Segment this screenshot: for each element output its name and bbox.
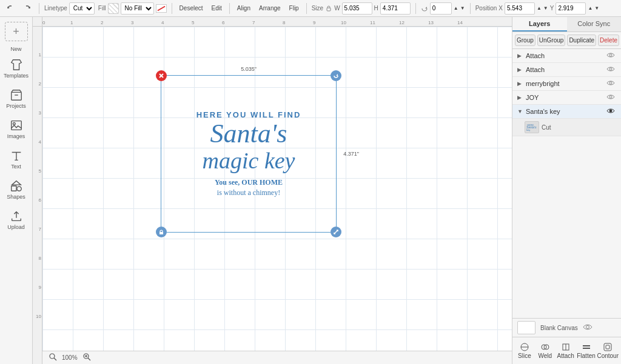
- x-down-button[interactable]: ▼: [543, 5, 548, 11]
- x-up-button[interactable]: ▲: [537, 5, 542, 11]
- weld-button[interactable]: Weld: [535, 340, 555, 362]
- ruler-mark-5: 5: [192, 20, 194, 25]
- blank-canvas-icon[interactable]: [583, 322, 592, 334]
- layer-item-santas-key[interactable]: ▼ Santa's key: [512, 105, 621, 119]
- contour-icon: [603, 342, 613, 352]
- layer-item-merrybright[interactable]: ▶ merrybright: [512, 77, 621, 91]
- layer-eye-merrybright[interactable]: [606, 79, 616, 88]
- new-label: New: [10, 46, 21, 52]
- size-group: Size W 5.035 H 4.371: [312, 2, 411, 15]
- shirt-icon: [10, 58, 23, 71]
- flip-button[interactable]: Flip: [287, 4, 301, 13]
- rotate-handle-icon: [332, 72, 340, 79]
- handle-delete[interactable]: [156, 70, 167, 81]
- handle-rotate[interactable]: [331, 70, 341, 81]
- layer-item-attach1[interactable]: ▶ Attach: [512, 49, 621, 63]
- ruler-mark-14: 14: [457, 20, 463, 25]
- width-label: W: [334, 5, 340, 12]
- ungroup-button[interactable]: UnGroup: [537, 35, 566, 46]
- handle-lock[interactable]: [156, 227, 167, 237]
- redo-button[interactable]: [21, 3, 34, 14]
- layer-eye-joy[interactable]: [606, 93, 616, 102]
- deselect-button[interactable]: Deselect: [177, 4, 206, 13]
- align-button[interactable]: Align: [235, 4, 253, 13]
- upload-icon: [10, 210, 23, 223]
- layer-eye-santas-key[interactable]: [606, 107, 616, 116]
- attach-button[interactable]: Attach: [556, 340, 576, 362]
- y-input[interactable]: 2.919: [556, 2, 586, 15]
- sidebar-item-projects[interactable]: Projects: [2, 85, 31, 113]
- design-text-bottom-line2: is without a chimney!: [217, 188, 280, 197]
- group-button[interactable]: Group: [515, 35, 535, 46]
- flatten-icon: [582, 342, 591, 352]
- y-down-button[interactable]: ▼: [594, 5, 599, 11]
- eye-closed-small-icon: [583, 322, 592, 332]
- design-element[interactable]: 5.035" 4.371" HERE YOU WILL FIND Santa's…: [161, 75, 337, 233]
- y-up-button[interactable]: ▲: [588, 5, 592, 11]
- svg-point-4: [13, 122, 15, 125]
- line-color-swatch[interactable]: [156, 4, 167, 13]
- x-input[interactable]: 5.543: [505, 2, 535, 15]
- separator-6: [470, 3, 471, 14]
- layer-cut-label: Cut: [542, 124, 551, 131]
- edit-button[interactable]: Edit: [209, 4, 224, 13]
- rotate-down-button[interactable]: ▼: [460, 5, 465, 11]
- ruler-v-5: 5: [39, 168, 41, 174]
- ruler-v-4: 4: [39, 139, 41, 145]
- svg-rect-32: [583, 345, 590, 346]
- sidebar-shapes-label: Shapes: [7, 194, 25, 200]
- fill-select[interactable]: No Fill: [121, 2, 154, 15]
- layer-item-attach2[interactable]: ▶ Attach: [512, 63, 621, 77]
- ruler-mark-1: 1: [70, 20, 73, 25]
- sidebar-item-images[interactable]: Images: [2, 115, 31, 143]
- layer-item-joy[interactable]: ▶ JOY: [512, 91, 621, 105]
- layer-name-attach1: Attach: [526, 52, 604, 59]
- canvas-area[interactable]: 0 1 2 3 4 5 6 7 8 9 10 11 12 13 14 1 2: [33, 17, 512, 364]
- fill-swatch[interactable]: [108, 3, 119, 14]
- tab-layers[interactable]: Layers: [512, 17, 567, 31]
- rotate-up-button[interactable]: ▲: [454, 5, 458, 11]
- delete-button[interactable]: Delete: [598, 35, 619, 46]
- ruler-v-10: 10: [36, 314, 41, 319]
- layer-sub-item-cut[interactable]: HERE Santa's key Cut: [512, 119, 621, 136]
- arrange-button[interactable]: Arrange: [257, 4, 283, 13]
- linetype-select[interactable]: Cut: [69, 2, 95, 15]
- new-button[interactable]: +: [5, 22, 28, 41]
- width-input[interactable]: 5.035: [342, 2, 372, 15]
- slice-button[interactable]: Slice: [515, 340, 534, 362]
- eye-closed-icon-3: [606, 80, 615, 86]
- ruler-mark-3: 3: [131, 20, 133, 25]
- grid-canvas[interactable]: 5.035" 4.371" HERE YOU WILL FIND Santa's…: [42, 27, 512, 351]
- layer-eye-attach1[interactable]: [606, 51, 616, 60]
- zoom-plus-button[interactable]: [81, 352, 92, 363]
- svg-line-12: [54, 358, 56, 360]
- eye-closed-icon-2: [606, 66, 615, 72]
- height-input[interactable]: 4.371: [380, 2, 411, 15]
- svg-point-21: [609, 110, 612, 112]
- panel-actions: Group UnGroup Duplicate Delete: [512, 32, 621, 49]
- undo-button[interactable]: [4, 3, 17, 14]
- panel-tabs: Layers Color Sync: [512, 17, 621, 32]
- sidebar-item-text[interactable]: Text: [2, 145, 31, 173]
- contour-button[interactable]: Contour: [597, 340, 619, 362]
- svg-point-6: [16, 187, 21, 191]
- dimension-top: 5.035": [241, 66, 257, 72]
- zoom-out-button[interactable]: [47, 352, 58, 363]
- sidebar-item-templates[interactable]: Templates: [2, 55, 31, 82]
- sidebar-item-upload[interactable]: Upload: [2, 206, 31, 234]
- ruler-v-6: 6: [39, 197, 41, 203]
- svg-marker-7: [12, 181, 21, 185]
- size-lock-icon: [325, 5, 332, 12]
- layer-expand-attach1: ▶: [517, 53, 523, 59]
- duplicate-button[interactable]: Duplicate: [567, 35, 596, 46]
- handle-scale[interactable]: [331, 227, 341, 237]
- layer-eye-attach2[interactable]: [606, 65, 616, 74]
- tab-color-sync[interactable]: Color Sync: [567, 17, 622, 31]
- svg-line-14: [88, 358, 90, 360]
- layer-name-merrybright: merrybright: [526, 80, 604, 87]
- sidebar-item-shapes[interactable]: Shapes: [2, 176, 31, 204]
- flatten-button[interactable]: Flatten: [577, 340, 596, 362]
- blank-canvas-swatch[interactable]: [517, 321, 535, 334]
- rotate-input[interactable]: 0: [430, 2, 452, 15]
- layer-expand-joy: ▶: [517, 94, 523, 101]
